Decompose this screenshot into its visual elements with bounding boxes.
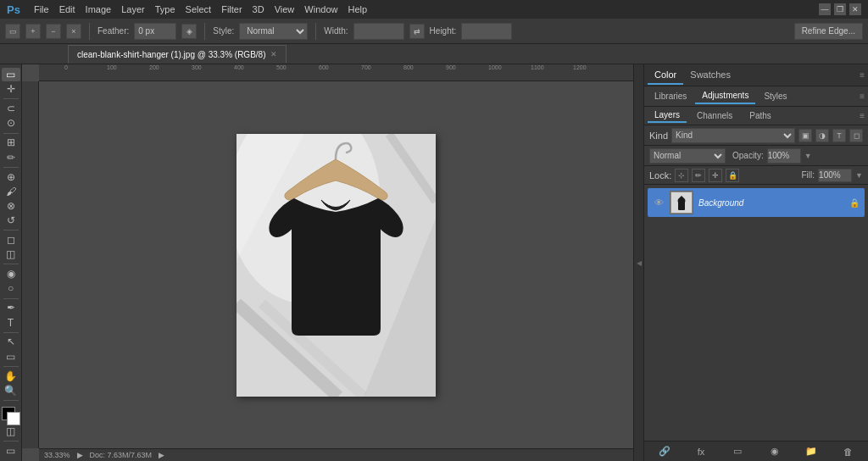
eraser-tool[interactable]: ◻ bbox=[2, 233, 20, 247]
channels-tab[interactable]: Channels bbox=[690, 109, 739, 122]
gradient-tool[interactable]: ◫ bbox=[2, 247, 20, 261]
canvas-image bbox=[236, 134, 436, 397]
menu-view[interactable]: View bbox=[275, 4, 295, 14]
menu-edit[interactable]: Edit bbox=[59, 4, 75, 14]
feather-mode-icon[interactable]: ◈ bbox=[181, 24, 197, 39]
dodge-tool[interactable]: ○ bbox=[2, 281, 20, 295]
canvas-content[interactable] bbox=[39, 81, 633, 448]
layer-item-background[interactable]: 👁 Background 🔒 bbox=[648, 188, 865, 217]
width-input[interactable] bbox=[353, 23, 404, 40]
window-controls: — ❐ ✕ bbox=[819, 3, 861, 15]
type-tool[interactable]: T bbox=[2, 315, 20, 329]
new-adjustment-button[interactable]: ◉ bbox=[767, 444, 782, 459]
tab-bar: clean-blank-shirt-hanger (1).jpg @ 33.3%… bbox=[0, 44, 868, 64]
kind-select[interactable]: Kind bbox=[671, 128, 795, 143]
layers-tab[interactable]: Layers bbox=[648, 108, 687, 123]
pen-tool[interactable]: ✒ bbox=[2, 301, 20, 314]
options-bar: ▭ + − × Feather: ◈ Style: Normal Fixed R… bbox=[0, 19, 868, 44]
menu-type[interactable]: Type bbox=[155, 4, 175, 14]
height-input[interactable] bbox=[461, 23, 512, 40]
menu-select[interactable]: Select bbox=[186, 4, 212, 14]
healing-brush[interactable]: ⊕ bbox=[2, 169, 20, 183]
swap-dimensions-icon[interactable]: ⇄ bbox=[409, 24, 425, 39]
menu-help[interactable]: Help bbox=[348, 4, 367, 14]
color-selector[interactable] bbox=[2, 407, 20, 420]
add-mask-button[interactable]: ▭ bbox=[730, 444, 745, 459]
kind-pixel-icon[interactable]: ▣ bbox=[798, 129, 812, 142]
libraries-tab[interactable]: Libraries bbox=[648, 89, 693, 103]
panel-menu-icon[interactable]: ≡ bbox=[860, 70, 865, 80]
menu-layer[interactable]: Layer bbox=[121, 4, 145, 14]
delete-layer-button[interactable]: 🗑 bbox=[840, 444, 855, 459]
zoom-tool[interactable]: 🔍 bbox=[2, 384, 20, 397]
sub-panel-menu-icon[interactable]: ≡ bbox=[860, 92, 865, 101]
layers-menu-icon[interactable]: ≡ bbox=[860, 111, 865, 120]
layer-fx-button[interactable]: fx bbox=[693, 444, 709, 459]
quick-mask-tool[interactable]: ◫ bbox=[2, 425, 20, 438]
refine-edge-button[interactable]: Refine Edge... bbox=[794, 23, 863, 40]
screen-mode-tool[interactable]: ▭ bbox=[2, 444, 20, 458]
fill-input[interactable] bbox=[818, 169, 852, 182]
background-color[interactable] bbox=[7, 412, 20, 425]
swatches-tab[interactable]: Swatches bbox=[683, 66, 737, 85]
tab-close-icon[interactable]: ✕ bbox=[270, 50, 277, 58]
style-select[interactable]: Normal Fixed Ratio Fixed Size bbox=[239, 23, 308, 40]
menu-bar: File Edit Image Layer Type Select Filter… bbox=[34, 4, 367, 14]
subtract-selection-icon[interactable]: − bbox=[46, 24, 61, 39]
maximize-button[interactable]: ❐ bbox=[834, 3, 846, 15]
menu-file[interactable]: File bbox=[34, 4, 49, 14]
eyedropper-tool[interactable]: ✏ bbox=[2, 150, 20, 164]
color-tab[interactable]: Color bbox=[648, 66, 683, 85]
add-selection-icon[interactable]: + bbox=[25, 24, 41, 39]
hand-tool[interactable]: ✋ bbox=[2, 369, 20, 383]
menu-image[interactable]: Image bbox=[86, 4, 112, 14]
tool-sep-4 bbox=[3, 230, 19, 230]
menu-filter[interactable]: Filter bbox=[221, 4, 242, 14]
kind-adj-icon[interactable]: ◑ bbox=[815, 129, 829, 142]
tool-sep-1 bbox=[3, 98, 19, 99]
lock-pixel-icon[interactable]: ✏ bbox=[692, 169, 705, 182]
paths-tab[interactable]: Paths bbox=[743, 109, 778, 122]
menu-window[interactable]: Window bbox=[304, 4, 337, 14]
blur-tool[interactable]: ◉ bbox=[2, 267, 20, 280]
opacity-label: Opacity: bbox=[732, 151, 764, 160]
new-group-button[interactable]: 📁 bbox=[804, 444, 819, 459]
shape-tool[interactable]: ▭ bbox=[2, 350, 20, 364]
collapse-handle[interactable]: ◀ bbox=[633, 64, 643, 461]
quick-select-tool[interactable]: ⊙ bbox=[2, 116, 20, 130]
brush-tool[interactable]: 🖌 bbox=[2, 185, 20, 198]
styles-tab[interactable]: Styles bbox=[757, 89, 793, 103]
opacity-arrow-icon[interactable]: ▼ bbox=[804, 152, 812, 160]
crop-tool[interactable]: ⊞ bbox=[2, 136, 20, 149]
height-label: Height: bbox=[430, 26, 457, 36]
feather-input[interactable] bbox=[134, 23, 176, 40]
kind-shape-icon[interactable]: ◻ bbox=[849, 129, 863, 142]
kind-type-icon[interactable]: T bbox=[832, 129, 846, 142]
tab-filename: clean-blank-shirt-hanger (1).jpg @ 33.3%… bbox=[77, 50, 265, 59]
minimize-button[interactable]: — bbox=[819, 3, 831, 15]
opacity-input[interactable] bbox=[767, 148, 801, 164]
adjustments-tab[interactable]: Adjustments bbox=[695, 88, 755, 104]
panel-top-tabs: Color Swatches ≡ bbox=[644, 64, 868, 86]
marquee-tool[interactable]: ▭ bbox=[2, 68, 20, 81]
link-layers-button[interactable]: 🔗 bbox=[657, 444, 672, 459]
separator-1 bbox=[89, 23, 90, 40]
menu-3d[interactable]: 3D bbox=[253, 4, 264, 14]
blend-mode-select[interactable]: Normal Dissolve Multiply Screen Overlay bbox=[649, 148, 726, 164]
lasso-tool[interactable]: ⊂ bbox=[2, 102, 20, 115]
selection-tool-icon[interactable]: ▭ bbox=[5, 24, 20, 39]
lock-position-icon[interactable]: ⊹ bbox=[675, 169, 688, 182]
clone-stamp[interactable]: ⊗ bbox=[2, 199, 20, 213]
document-tab[interactable]: clean-blank-shirt-hanger (1).jpg @ 33.3%… bbox=[68, 45, 287, 64]
history-brush[interactable]: ↺ bbox=[2, 214, 20, 227]
close-button[interactable]: ✕ bbox=[849, 3, 861, 15]
path-select-tool[interactable]: ↖ bbox=[2, 335, 20, 348]
fill-arrow-icon[interactable]: ▼ bbox=[855, 171, 863, 180]
intersect-selection-icon[interactable]: × bbox=[66, 24, 81, 39]
separator-3 bbox=[315, 23, 316, 40]
lock-move-icon[interactable]: ✛ bbox=[709, 169, 722, 182]
move-tool[interactable]: ✛ bbox=[2, 82, 20, 96]
layer-visibility-icon[interactable]: 👁 bbox=[653, 197, 665, 208]
width-label: Width: bbox=[324, 26, 348, 36]
lock-all-icon[interactable]: 🔒 bbox=[726, 169, 739, 182]
